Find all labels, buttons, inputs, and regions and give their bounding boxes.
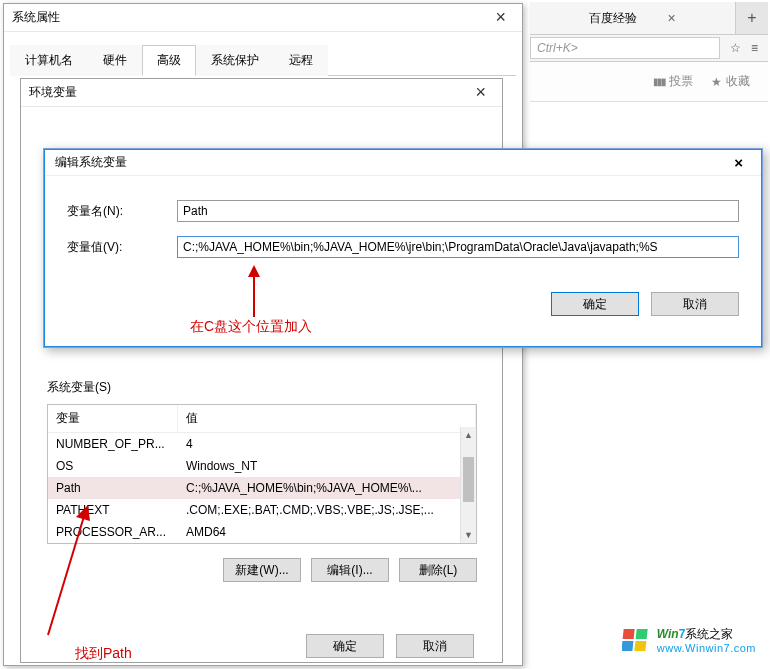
annotation-text: 找到Path bbox=[75, 645, 132, 663]
scroll-down-icon[interactable]: ▼ bbox=[461, 527, 476, 543]
dialog-title: 编辑系统变量 bbox=[55, 154, 127, 171]
svg-line-2 bbox=[48, 513, 85, 635]
variable-name-input[interactable] bbox=[177, 200, 739, 222]
svg-rect-6 bbox=[622, 641, 633, 651]
table-row[interactable]: PATHEXT .COM;.EXE;.BAT;.CMD;.VBS;.VBE;.J… bbox=[48, 499, 476, 521]
edit-system-variable-dialog: 编辑系统变量 × 变量名(N): 变量值(V): 确定 取消 bbox=[43, 148, 763, 348]
table-row[interactable]: NUMBER_OF_PR... 4 bbox=[48, 433, 476, 455]
svg-rect-5 bbox=[635, 629, 647, 639]
svg-rect-4 bbox=[622, 629, 634, 639]
variable-value-input[interactable] bbox=[177, 236, 739, 258]
cancel-button[interactable]: 取消 bbox=[651, 292, 739, 316]
favorite-button[interactable]: ★ 收藏 bbox=[711, 73, 750, 90]
scroll-up-icon[interactable]: ▲ bbox=[461, 427, 476, 443]
variable-name-label: 变量名(N): bbox=[67, 203, 177, 220]
window-title: 系统属性 bbox=[12, 9, 60, 26]
cancel-button[interactable]: 取消 bbox=[396, 634, 474, 658]
close-icon[interactable]: × bbox=[726, 154, 751, 171]
svg-marker-3 bbox=[76, 505, 90, 521]
bookmark-star-icon[interactable]: ☆ bbox=[730, 41, 741, 55]
browser-tab[interactable]: 百度经验 × bbox=[530, 2, 736, 34]
new-tab-button[interactable]: + bbox=[736, 2, 768, 34]
vote-button[interactable]: ▮▮▮ 投票 bbox=[653, 73, 693, 90]
annotation-arrow-icon bbox=[30, 505, 100, 645]
scrollbar[interactable]: ▲ ▼ bbox=[460, 427, 476, 543]
favorite-label: 收藏 bbox=[726, 73, 750, 90]
tab-remote[interactable]: 远程 bbox=[274, 45, 328, 76]
edit-button[interactable]: 编辑(I)... bbox=[311, 558, 389, 582]
tab-title: 百度经验 bbox=[589, 10, 637, 27]
system-variables-label: 系统变量(S) bbox=[47, 379, 477, 396]
windows-logo-icon bbox=[622, 626, 652, 654]
column-header-value[interactable]: 值 bbox=[178, 405, 476, 432]
close-icon[interactable]: × bbox=[487, 7, 514, 28]
svg-rect-7 bbox=[634, 641, 646, 651]
watermark-url: www.Winwin7.com bbox=[657, 642, 756, 655]
watermark-win: Win bbox=[657, 627, 679, 641]
watermark: Win7系统之家 www.Winwin7.com bbox=[622, 625, 756, 655]
address-bar[interactable]: Ctrl+K> bbox=[530, 37, 720, 59]
tab-close-icon[interactable]: × bbox=[667, 10, 675, 26]
vote-label: 投票 bbox=[669, 73, 693, 90]
tab-advanced[interactable]: 高级 bbox=[142, 45, 196, 76]
table-row[interactable]: PROCESSOR_AR... AMD64 bbox=[48, 521, 476, 543]
tab-hardware[interactable]: 硬件 bbox=[88, 45, 142, 76]
bar-chart-icon: ▮▮▮ bbox=[653, 76, 665, 87]
close-icon[interactable]: × bbox=[467, 82, 494, 103]
star-icon: ★ bbox=[711, 75, 722, 89]
column-header-variable[interactable]: 变量 bbox=[48, 405, 178, 432]
address-placeholder: Ctrl+K> bbox=[537, 41, 578, 55]
svg-marker-1 bbox=[248, 265, 260, 277]
scroll-thumb[interactable] bbox=[463, 457, 474, 502]
tab-computer-name[interactable]: 计算机名 bbox=[10, 45, 88, 76]
dialog-title: 环境变量 bbox=[29, 84, 77, 101]
annotation-text: 在C盘这个位置加入 bbox=[190, 318, 312, 336]
ok-button[interactable]: 确定 bbox=[306, 634, 384, 658]
ok-button[interactable]: 确定 bbox=[551, 292, 639, 316]
new-button[interactable]: 新建(W)... bbox=[223, 558, 301, 582]
table-row[interactable]: OS Windows_NT bbox=[48, 455, 476, 477]
variable-value-label: 变量值(V): bbox=[67, 239, 177, 256]
table-row-path[interactable]: Path C:;%JAVA_HOME%\bin;%JAVA_HOME%\... bbox=[48, 477, 476, 499]
menu-icon[interactable]: ≡ bbox=[751, 41, 758, 55]
watermark-rest: 系统之家 bbox=[685, 627, 733, 641]
annotation-arrow-icon bbox=[244, 265, 264, 320]
delete-button[interactable]: 删除(L) bbox=[399, 558, 477, 582]
tab-system-protection[interactable]: 系统保护 bbox=[196, 45, 274, 76]
